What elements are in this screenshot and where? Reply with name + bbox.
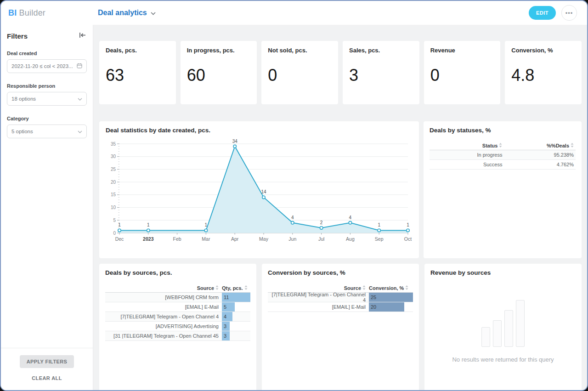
column-header-status[interactable]: Status — [430, 143, 514, 148]
calendar-icon — [77, 63, 82, 69]
svg-text:1: 1 — [378, 222, 380, 227]
conversion-by-sources-card: Conversion by sources, % Source Conversi… — [262, 264, 419, 390]
statuses-table: Status %%Deals In progress 95.238% Succe… — [430, 141, 576, 170]
column-label: Qty, pcs. — [222, 285, 243, 291]
source-cell: [31 |TELEGRAM] Telegram - Open Channel 4… — [105, 331, 222, 340]
source-cell: [EMAIL] E-Mail — [268, 302, 369, 312]
table-title: Deals by sources, pcs. — [105, 269, 250, 276]
filters-title: Filters — [7, 32, 28, 40]
kpi-value: 0 — [268, 66, 332, 85]
kpi-label: Revenue — [430, 47, 494, 54]
value-bar: 20 — [369, 302, 404, 312]
pct-cell: 95.238% — [514, 150, 576, 159]
topbar-actions: EDIT ••• — [529, 5, 587, 21]
kpi-value: 0 — [430, 66, 494, 85]
app-logo: BI Builder — [1, 8, 93, 18]
column-header-conversion[interactable]: Conversion, % — [369, 285, 413, 291]
svg-text:5: 5 — [113, 218, 116, 223]
source-cell: [WEBFORM] CRM form — [105, 293, 222, 302]
svg-text:25: 25 — [111, 167, 116, 172]
chevron-down-icon — [78, 129, 82, 134]
column-header-source[interactable]: Source — [268, 285, 369, 291]
svg-text:Sep: Sep — [375, 236, 384, 242]
deals-by-statuses-card: Deals by statuses, % Status %%Deals — [424, 121, 582, 258]
kpi-label: In progress, pcs. — [187, 47, 251, 54]
svg-text:1: 1 — [407, 222, 409, 227]
responsible-person-select[interactable]: 18 options — [7, 92, 87, 106]
svg-text:Jun: Jun — [288, 236, 296, 242]
chevron-down-icon — [151, 9, 156, 17]
svg-text:May: May — [259, 236, 269, 242]
status-cell: Success — [430, 160, 514, 169]
table-row: In progress 95.238% — [430, 150, 576, 160]
sort-icon — [244, 285, 248, 291]
svg-text:35: 35 — [111, 142, 116, 147]
chart-title: Deal statistics by date created, pcs. — [106, 127, 413, 134]
svg-text:10: 10 — [111, 205, 116, 210]
bar-cell: 4 — [222, 312, 250, 321]
column-label: %%Deals — [547, 143, 569, 148]
bar-cell: 20 — [369, 302, 413, 312]
svg-text:1: 1 — [205, 222, 208, 227]
middle-row: Deal statistics by date created, pcs. 05… — [99, 121, 582, 258]
sort-icon — [571, 143, 574, 148]
conversion-table: Source Conversion, % [7|TELEGRAM] Telegr… — [268, 283, 413, 312]
dashboard-title-dropdown[interactable]: Deal analytics — [98, 9, 156, 17]
kpi-card: Sales, pcs. 3 — [343, 41, 419, 104]
empty-state: No results were returned for this query — [430, 276, 576, 386]
svg-text:34: 34 — [232, 139, 238, 144]
clear-all-button[interactable]: CLEAR ALL — [32, 375, 62, 381]
table-row: [WEBFORM] CRM form 11 — [105, 293, 250, 302]
apply-filters-button[interactable]: APPLY FILTERS — [20, 355, 74, 368]
value-bar: 5 — [222, 302, 235, 312]
table-header-row: Source Qty, pcs. — [105, 283, 250, 293]
svg-text:1: 1 — [147, 222, 150, 227]
content: Filters Deal created 2022-11-20 ≤ col < … — [1, 25, 587, 390]
kpi-value: 63 — [106, 66, 170, 85]
deal-created-date-input[interactable]: 2022-11-20 ≤ col < 2023... — [7, 59, 87, 73]
bottom-row: Deals by sources, pcs. Source Qty, pcs. — [99, 264, 582, 390]
svg-text:Oct: Oct — [404, 236, 412, 242]
source-cell: [ADVERTISING] Advertising — [105, 322, 222, 331]
svg-text:4: 4 — [349, 215, 352, 220]
bar-cell: 5 — [222, 302, 250, 312]
bar-value: 5 — [222, 304, 226, 310]
bar-value: 3 — [222, 323, 226, 329]
edit-button[interactable]: EDIT — [529, 6, 556, 20]
kpi-label: Deals, pcs. — [106, 47, 170, 54]
value-bar: 4 — [222, 312, 232, 321]
kpi-card: In progress, pcs. 60 — [181, 41, 257, 104]
svg-text:15: 15 — [111, 192, 116, 197]
kpi-value: 3 — [349, 66, 413, 85]
column-label: Source — [197, 285, 214, 291]
logo-secondary: Builder — [19, 8, 45, 17]
svg-text:30: 30 — [111, 154, 116, 159]
filters-header: Filters — [7, 31, 87, 40]
bar-cell: 11 — [222, 293, 250, 302]
value-bar: 3 — [222, 331, 230, 340]
more-menu-button[interactable]: ••• — [561, 5, 577, 21]
collapse-sidebar-button[interactable] — [78, 31, 87, 40]
empty-state-text: No results were returned for this query — [452, 356, 554, 363]
kpi-row: Deals, pcs. 63 In progress, pcs. 60 Not … — [99, 41, 582, 104]
svg-text:Aug: Aug — [346, 236, 355, 242]
kpi-card: Deals, pcs. 63 — [99, 41, 176, 104]
bar-cell: 25 — [369, 293, 413, 302]
source-cell: [7|TELEGRAM] Telegram - Open Channel 4 — [268, 293, 369, 302]
svg-text:4: 4 — [291, 215, 294, 220]
table-body: [7|TELEGRAM] Telegram - Open Channel 4 2… — [268, 293, 413, 312]
bar-cell: 3 — [222, 322, 250, 331]
filter-label: Responsible person — [7, 83, 87, 89]
filters-actions: APPLY FILTERS CLEAR ALL — [1, 348, 93, 390]
filter-label: Category — [7, 116, 87, 121]
column-header-pct-deals[interactable]: %%Deals — [514, 143, 576, 148]
app-window: BI Builder Deal analytics EDIT ••• Filte… — [0, 0, 588, 391]
category-select[interactable]: 5 options — [7, 125, 87, 138]
svg-text:1: 1 — [118, 222, 121, 227]
column-label: Conversion, % — [369, 285, 404, 291]
sort-icon — [405, 285, 408, 291]
column-label: Source — [344, 285, 361, 291]
column-header-source[interactable]: Source — [105, 285, 222, 291]
column-header-qty[interactable]: Qty, pcs. — [222, 285, 250, 291]
filter-group-category: Category 5 options — [7, 116, 87, 138]
